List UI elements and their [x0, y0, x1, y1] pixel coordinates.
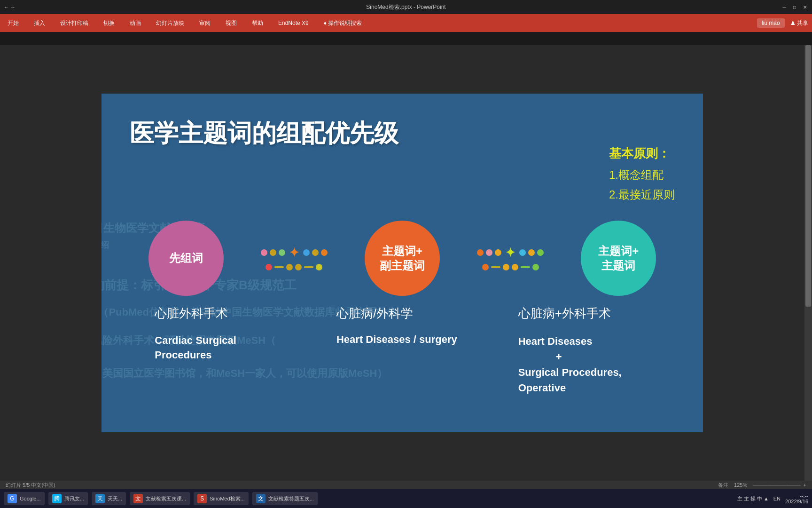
ribbon: 开始 插入 设计打印稿 切换 动画 幻灯片放映 审阅 视图 帮助 EndNote…: [0, 14, 812, 32]
taskbar-item-doc2[interactable]: 文 文献检索答题五次...: [252, 492, 318, 505]
window-controls: ─ □ ✕: [781, 4, 808, 10]
taskbar-label-sinomed: SinoMed检索...: [210, 495, 245, 502]
circles-row: 先组词 ✦: [130, 221, 675, 296]
taskbar-label-weather: 天天...: [108, 495, 122, 502]
slide-status-bar: 幻灯片 5/5 中文(中国) 备注 125% ───────────── +: [0, 481, 812, 489]
share-button[interactable]: ♟ 共享: [790, 19, 808, 27]
slide-container: 日生物医学文献数据库 介绍 的前提：标引，有一个专家B级规范工 d（PubMed…: [0, 45, 804, 481]
circle-2-label: 主题词+副主题词: [380, 244, 425, 273]
principle-2: 2.最接近原则: [609, 187, 675, 202]
en-text-2: Heart Diseases / surgery: [336, 333, 457, 345]
ribbon-tab-search[interactable]: ♦ 操作说明搜索: [320, 17, 366, 29]
taskbar: G Google... 腾 腾讯文... 天 天天... 文 文献检索五次课..…: [0, 489, 812, 508]
zoom-level: 125%: [734, 482, 747, 488]
taskbar-item-doc1[interactable]: 文 文献检索五次课...: [130, 492, 190, 505]
circle-1-label: 先组词: [169, 251, 203, 265]
circle-group-2: 主题词+副主题词: [365, 221, 440, 296]
weather-icon: 天: [95, 494, 105, 503]
status-right: 备注 125% ───────────── +: [718, 482, 806, 489]
ribbon-tab-review[interactable]: 审阅: [195, 17, 214, 29]
circle-subject-subheading: 主题词+副主题词: [365, 221, 440, 296]
taskbar-item-google[interactable]: G Google...: [4, 492, 45, 505]
connector-2: ✦: [477, 246, 544, 270]
notes-button[interactable]: 备注: [718, 482, 728, 489]
en-label-2: Heart Diseases / surgery: [336, 333, 468, 396]
taskbar-item-sinomed[interactable]: S SinoMed检索...: [194, 492, 249, 505]
taskbar-label-doc1: 文献检索五次课...: [146, 495, 186, 502]
zoom-control[interactable]: ───────────── +: [753, 482, 806, 488]
principles-heading: 基本原则：: [609, 145, 675, 162]
clock-time: --:--: [785, 493, 808, 499]
taskbar-label-doc2: 文献检索答题五次...: [268, 495, 314, 502]
close-button[interactable]: ✕: [802, 4, 808, 10]
tencent-icon: 腾: [52, 494, 62, 503]
clock-date: 2022/9/16: [785, 499, 808, 504]
ribbon-tab-transition[interactable]: 切换: [100, 17, 118, 29]
en-text-1: Cardiac Surgical Procedures: [155, 334, 236, 361]
taskbar-label-tencent: 腾讯文...: [64, 495, 84, 502]
slide-info: 幻灯片 5/5 中文(中国): [6, 482, 55, 489]
window-title: SinoMed检索.pptx - PowerPoint: [366, 3, 445, 11]
en-line2: Surgical Procedures, Operative: [518, 366, 622, 394]
en-line1: Heart Diseases: [518, 335, 593, 347]
maximize-button[interactable]: □: [791, 4, 798, 10]
taskbar-item-tencent[interactable]: 腾 腾讯文...: [48, 492, 88, 505]
cn-text-3: 心脏病+外科手术: [518, 306, 611, 320]
scrollbar-thumb[interactable]: [805, 45, 811, 307]
cn-label-2: 心脏病/外科学: [336, 305, 468, 322]
connector-1: ✦: [261, 246, 328, 270]
minimize-button[interactable]: ─: [781, 4, 788, 10]
taskbar-right: 主 主 操 中 ▲ EN --:-- 2022/9/16: [737, 493, 808, 504]
cn-text-1: 心脏外科手术: [155, 306, 228, 320]
doc1-icon: 文: [133, 494, 143, 503]
en-label-1: Cardiac Surgical Procedures: [155, 333, 286, 396]
principle-1: 1.概念组配: [609, 167, 675, 183]
taskbar-sys-icons: 主 主 操 中 ▲: [737, 495, 769, 502]
circle-subject-subject: 主题词+主题词: [581, 221, 656, 296]
cn-text-2: 心脏病/外科学: [336, 306, 413, 320]
ribbon-tab-insert[interactable]: 插入: [30, 17, 49, 29]
scrollbar[interactable]: [804, 45, 812, 481]
taskbar-clock: --:-- 2022/9/16: [785, 493, 808, 504]
circle-precoordination: 先组词: [148, 221, 224, 296]
circle-group-1: 先组词: [148, 221, 224, 296]
taskbar-item-weather[interactable]: 天 天天...: [92, 492, 126, 505]
ribbon-tab-view[interactable]: 视图: [222, 17, 241, 29]
user-avatar[interactable]: liu mao: [757, 18, 785, 28]
cn-label-1: 心脏外科手术: [155, 305, 286, 322]
nav-arrows[interactable]: ← →: [4, 4, 16, 10]
cn-label-3: 心脏病+外科手术: [518, 305, 650, 322]
google-icon: G: [8, 494, 17, 503]
principles-panel: 基本原则： 1.概念组配 2.最接近原则: [609, 145, 675, 207]
taskbar-label-google: Google...: [20, 496, 41, 501]
circle-group-3: 主题词+主题词: [581, 221, 656, 296]
ribbon-tab-help[interactable]: 帮助: [248, 17, 267, 29]
title-bar: ← → SinoMed检索.pptx - PowerPoint ─ □ ✕: [0, 0, 812, 14]
ribbon-tab-design[interactable]: 设计打印稿: [56, 17, 92, 29]
taskbar-lang: EN: [773, 496, 781, 501]
en-plus: +: [556, 351, 562, 363]
en-label-3: Heart Diseases + Surgical Procedures, Op…: [518, 333, 650, 396]
ribbon-tab-animation[interactable]: 动画: [126, 17, 145, 29]
ribbon-tab-endnote[interactable]: EndNote X9: [274, 18, 312, 28]
en-text-3: Heart Diseases + Surgical Procedures, Op…: [518, 333, 650, 396]
ribbon-tab-home[interactable]: 开始: [4, 17, 23, 29]
en-labels-row: Cardiac Surgical Procedures Heart Diseas…: [130, 333, 675, 396]
slide: 日生物医学文献数据库 介绍 的前提：标引，有一个专家B级规范工 d（PubMed…: [102, 94, 703, 432]
ribbon-tab-slideshow[interactable]: 幻灯片放映: [152, 17, 188, 29]
sinomed-icon: S: [197, 494, 207, 503]
doc2-icon: 文: [256, 494, 265, 503]
circle-3-label: 主题词+主题词: [598, 244, 639, 273]
slide-title: 医学主题词的组配优先级: [130, 117, 398, 150]
cn-labels-row: 心脏外科手术 心脏病/外科学 心脏病+外科手术: [130, 305, 675, 322]
